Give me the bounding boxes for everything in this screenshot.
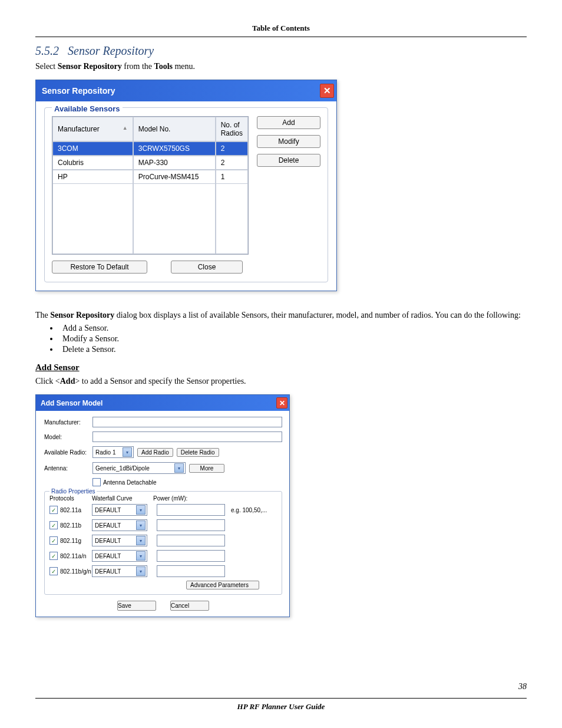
t: Click < [35,377,60,386]
restore-default-button[interactable]: Restore To Default [52,261,147,274]
power-input[interactable] [157,519,225,531]
more-button[interactable]: More [189,464,224,473]
col-model[interactable]: Model No. [133,117,216,141]
protocol-label: 802.11g [60,538,81,544]
section-number: 5.5.2 [35,44,59,57]
cell-model: ProCurve-MSM415 [133,170,216,184]
delete-button[interactable]: Delete [257,154,320,167]
waterfall-header: Waterfall Curve [92,495,153,502]
antenna-detachable-checkbox[interactable] [92,478,101,486]
protocols-header: Protocols [49,495,92,502]
cell-manufacturer: Colubris [52,156,133,170]
t: Select [35,62,58,71]
waterfall-select[interactable]: DEFAULT ▾ [92,504,147,516]
table-row[interactable]: HP ProCurve-MSM415 1 [52,170,248,184]
modify-button[interactable]: Modify [257,135,320,148]
select-value: DEFAULT [95,553,121,559]
protocol-row: ✓ 802.11a/n DEFAULT ▾ [49,550,277,562]
chevron-down-icon: ▾ [136,505,146,515]
power-input[interactable] [157,565,225,577]
toc-header: Table of Contents [35,24,527,33]
section-title: 5.5.2 Sensor Repository [35,44,527,58]
action-list: Add a Sensor. Modify a Sensor. Delete a … [59,324,527,354]
table-row[interactable]: Colubris MAP-330 2 [52,156,248,170]
waterfall-select[interactable]: DEFAULT ▾ [92,535,147,546]
select-value: DEFAULT [95,568,121,575]
add-button[interactable]: Add [257,116,320,129]
cancel-button[interactable]: Cancel [170,601,209,611]
t: Sensor Repository [50,311,114,319]
protocol-label: 802.11b/g/n [60,568,91,575]
available-sensors-group: Available Sensors Manufacturer ▲ Model N… [44,107,328,282]
col-manufacturer[interactable]: Manufacturer ▲ [52,117,133,141]
t: from the [122,62,154,71]
t: Sensor Repository [58,62,122,71]
intro-text: Select Sensor Repository from the Tools … [35,60,527,73]
close-button[interactable]: Close [171,261,243,274]
protocol-checkbox[interactable]: ✓ [49,521,58,529]
select-value: DEFAULT [95,522,121,529]
power-input[interactable] [157,550,225,562]
waterfall-select[interactable]: DEFAULT ▾ [92,519,147,531]
cell-radios: 2 [216,141,248,156]
t: Add [60,377,75,386]
t: dialog box displays a list of available … [114,311,521,319]
chevron-down-icon: ▾ [136,521,146,530]
advanced-parameters-button[interactable]: Advanced Parameters [186,581,259,589]
table-row[interactable]: 3COM 3CRWX5750GS 2 [52,141,248,156]
chevron-down-icon: ▾ [136,566,146,576]
protocol-row: ✓ 802.11a DEFAULT ▾ e.g. 100,50,... [49,504,277,516]
radio-properties-group: Radio Properties Protocols Waterfall Cur… [44,491,282,595]
add-radio-button[interactable]: Add Radio [137,448,173,457]
t: Tools [154,62,173,71]
protocol-checkbox[interactable]: ✓ [49,567,58,575]
model-input[interactable] [92,431,282,442]
antenna-label: Antenna: [44,465,89,472]
t: The [35,311,50,319]
waterfall-select[interactable]: DEFAULT ▾ [92,565,147,577]
power-hint: e.g. 100,50,... [231,507,267,513]
dialog-title: Sensor Repository [42,86,115,95]
sort-asc-icon: ▲ [123,125,128,131]
cell-radios: 1 [216,170,248,184]
dialog-titlebar: Sensor Repository ✕ [36,80,336,101]
power-header: Power (mW): [153,495,277,502]
chevron-down-icon: ▾ [123,447,132,457]
protocol-row: ✓ 802.11g DEFAULT ▾ [49,535,277,546]
power-input[interactable] [157,504,225,516]
group-legend: Available Sensors [52,104,123,113]
t: > to add a Sensor and specify the Sensor… [75,377,246,386]
protocol-row: ✓ 802.11b DEFAULT ▾ [49,519,277,531]
footer-rule [35,698,527,699]
close-icon[interactable]: ✕ [276,397,287,409]
antenna-detachable-label: Antenna Detachable [103,479,157,486]
radio-select[interactable]: Radio 1 ▾ [92,446,134,458]
group-legend: Radio Properties [49,488,97,495]
select-value: DEFAULT [95,507,121,513]
antenna-select[interactable]: Generic_1dBi/Dipole ▾ [92,462,186,474]
protocol-checkbox[interactable]: ✓ [49,536,58,545]
cell-manufacturer: 3COM [52,141,133,156]
cell-manufacturer: HP [52,170,133,184]
power-input[interactable] [157,535,225,546]
manufacturer-input[interactable] [92,417,282,427]
available-radio-label: Available Radio: [44,449,89,456]
sensor-table[interactable]: Manufacturer ▲ Model No. No. of Radios 3… [52,116,249,255]
waterfall-select[interactable]: DEFAULT ▾ [92,550,147,562]
protocol-checkbox[interactable]: ✓ [49,552,58,560]
delete-radio-button[interactable]: Delete Radio [177,448,219,457]
list-item: Modify a Sensor. [59,334,527,344]
sensor-repository-dialog: Sensor Repository ✕ Available Sensors Ma… [35,80,337,291]
protocol-row: ✓ 802.11b/g/n DEFAULT ▾ [49,565,277,577]
close-icon[interactable]: ✕ [320,84,334,98]
add-sensor-heading: Add Sensor [35,363,527,373]
protocol-checkbox[interactable]: ✓ [49,506,58,514]
th-label: Manufacturer [58,125,100,133]
add-sensor-text: Click <Add> to add a Sensor and specify … [35,375,527,387]
para-description: The Sensor Repository dialog box display… [35,309,527,321]
page-number: 38 [518,682,527,691]
footer-guide: HP RF Planner User Guide [0,702,562,711]
save-button[interactable]: Save [117,601,156,611]
col-radios[interactable]: No. of Radios [216,117,248,141]
t: menu. [173,62,195,71]
